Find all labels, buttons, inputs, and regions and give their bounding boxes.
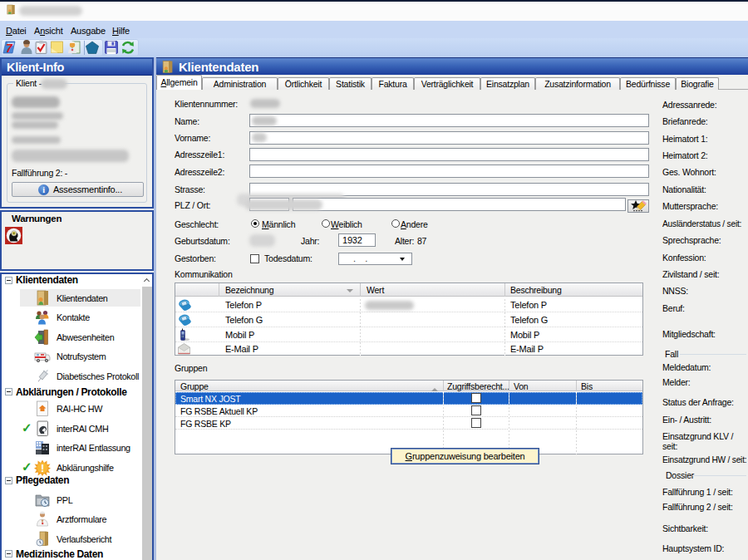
svg-text:!: ! (41, 461, 44, 474)
